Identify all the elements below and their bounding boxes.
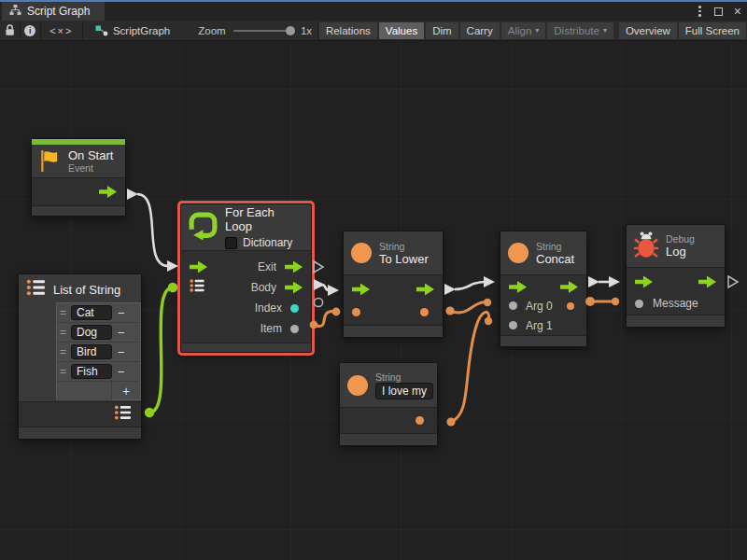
hierarchy-icon bbox=[9, 5, 21, 18]
node-subtitle: Event bbox=[68, 162, 113, 174]
node-footer bbox=[32, 205, 125, 216]
flow-output-port[interactable] bbox=[99, 186, 117, 198]
drag-handle[interactable]: = bbox=[60, 345, 66, 358]
zoom-slider-handle[interactable] bbox=[286, 26, 295, 35]
flow-input-port[interactable] bbox=[352, 284, 370, 296]
item-output-port[interactable] bbox=[290, 325, 299, 333]
chevron-down-icon: ▾ bbox=[535, 26, 539, 35]
string-type-icon bbox=[351, 243, 372, 263]
list-item-input[interactable]: Fish bbox=[71, 364, 112, 379]
remove-item-button[interactable]: − bbox=[118, 365, 125, 379]
node-footer bbox=[181, 343, 311, 352]
remove-item-button[interactable]: − bbox=[118, 345, 125, 359]
list-item-input[interactable]: Cat bbox=[71, 305, 112, 320]
drag-handle[interactable]: = bbox=[60, 326, 66, 339]
toolbar-button-overview[interactable]: Overview bbox=[619, 22, 677, 39]
tab-script-graph[interactable]: Script Graph bbox=[2, 2, 105, 21]
node-footer bbox=[340, 433, 437, 445]
value-input-port[interactable] bbox=[352, 308, 360, 316]
zoom-value: 1x bbox=[301, 25, 312, 36]
node-subtitle: String bbox=[379, 241, 429, 252]
value-output-port[interactable] bbox=[567, 302, 574, 310]
string-value-input[interactable]: I love my bbox=[375, 383, 433, 399]
node-footer bbox=[344, 325, 443, 337]
toolbar-button-relations[interactable]: Relations bbox=[319, 22, 377, 39]
node-title: List of String bbox=[53, 283, 120, 297]
add-item-button[interactable]: + bbox=[111, 382, 140, 400]
code-view-icon[interactable]: <×> bbox=[40, 21, 82, 41]
node-debug-log[interactable]: Debug Log Message bbox=[626, 224, 726, 328]
node-footer bbox=[500, 335, 586, 346]
list-item-row: = Fish − bbox=[57, 362, 140, 382]
graph-toolbar: i <×> ScriptGraph Zoom 1x Relations Valu… bbox=[0, 21, 747, 41]
drag-handle[interactable]: = bbox=[60, 365, 66, 378]
body-output-port[interactable] bbox=[285, 282, 303, 294]
graph-icon bbox=[91, 21, 113, 41]
toolbar-button-distribute[interactable]: Distribute▾ bbox=[547, 22, 613, 39]
exit-output-port[interactable] bbox=[285, 261, 303, 273]
remove-item-button[interactable]: − bbox=[118, 326, 125, 340]
flow-input-port[interactable] bbox=[190, 261, 207, 273]
info-icon[interactable]: i bbox=[21, 21, 40, 41]
port-label-arg1: Arg 1 bbox=[526, 319, 553, 332]
node-to-lower[interactable]: String To Lower bbox=[343, 231, 444, 338]
list-item-input[interactable]: Dog bbox=[71, 325, 112, 340]
list-item-row: = Dog − bbox=[57, 323, 140, 343]
flow-output-port[interactable] bbox=[698, 276, 716, 288]
list-input-port[interactable] bbox=[190, 279, 205, 296]
toolbar-button-align[interactable]: Align▾ bbox=[501, 22, 546, 39]
tab-bar: Script Graph × bbox=[0, 0, 747, 21]
value-output-port[interactable] bbox=[420, 308, 429, 316]
toolbar-button-carry[interactable]: Carry bbox=[460, 22, 500, 39]
port-label-message: Message bbox=[653, 297, 698, 310]
node-on-start[interactable]: On Start Event bbox=[31, 138, 126, 217]
port-label-exit: Exit bbox=[258, 260, 276, 273]
node-title: Concat bbox=[536, 252, 574, 266]
flow-input-port[interactable] bbox=[509, 281, 527, 293]
toolbar-button-values[interactable]: Values bbox=[379, 22, 424, 39]
port-label-item: Item bbox=[261, 322, 282, 335]
message-input-port[interactable] bbox=[635, 300, 643, 308]
node-subtitle: String bbox=[375, 371, 433, 383]
remove-item-button[interactable]: − bbox=[118, 306, 125, 320]
drag-handle[interactable]: = bbox=[60, 306, 66, 319]
node-for-each-loop[interactable]: For Each Loop Dictionary Exit bbox=[180, 203, 312, 353]
zoom-label: Zoom bbox=[198, 25, 225, 36]
node-title: Log bbox=[666, 245, 695, 259]
window-menu-button[interactable] bbox=[697, 4, 702, 18]
lock-icon[interactable] bbox=[0, 21, 20, 41]
node-subtitle: Debug bbox=[666, 233, 695, 245]
node-string-literal[interactable]: String I love my bbox=[339, 362, 438, 446]
node-list-of-string[interactable]: List of String = Cat − = Dog − = Bird − bbox=[18, 273, 142, 440]
node-title: To Lower bbox=[379, 252, 429, 266]
chevron-down-icon: ▾ bbox=[603, 26, 607, 35]
flow-input-port[interactable] bbox=[635, 276, 653, 288]
node-footer bbox=[627, 315, 725, 327]
flag-icon bbox=[39, 151, 61, 172]
graph-name[interactable]: ScriptGraph bbox=[113, 25, 170, 36]
list-icon bbox=[26, 279, 47, 300]
list-item-row: = Cat − bbox=[57, 303, 140, 323]
maximize-button[interactable] bbox=[714, 7, 723, 16]
index-output-port[interactable] bbox=[290, 304, 299, 313]
dictionary-checkbox[interactable] bbox=[225, 237, 237, 249]
zoom-slider[interactable] bbox=[233, 30, 293, 32]
value-output-port[interactable] bbox=[416, 416, 424, 425]
toolbar-button-fullscreen[interactable]: Full Screen bbox=[679, 22, 746, 39]
list-item-row: = Bird − bbox=[57, 343, 140, 362]
node-concat[interactable]: String Concat Arg 0 Arg 1 bbox=[500, 231, 587, 347]
arg0-input-port[interactable] bbox=[509, 301, 517, 310]
flow-output-port[interactable] bbox=[560, 281, 578, 293]
node-title: For Each Loop bbox=[225, 205, 303, 233]
bug-icon bbox=[634, 231, 658, 262]
string-type-icon bbox=[508, 243, 529, 263]
toolbar-button-dim[interactable]: Dim bbox=[426, 22, 458, 39]
list-item-input[interactable]: Bird bbox=[71, 344, 112, 359]
dictionary-checkbox-label: Dictionary bbox=[243, 236, 292, 249]
flow-output-port[interactable] bbox=[416, 284, 434, 296]
close-button[interactable]: × bbox=[734, 7, 741, 16]
list-output-port[interactable] bbox=[114, 405, 133, 424]
port-label-arg0: Arg 0 bbox=[526, 300, 553, 313]
port-label-index: Index bbox=[255, 301, 282, 315]
arg1-input-port[interactable] bbox=[509, 321, 517, 329]
